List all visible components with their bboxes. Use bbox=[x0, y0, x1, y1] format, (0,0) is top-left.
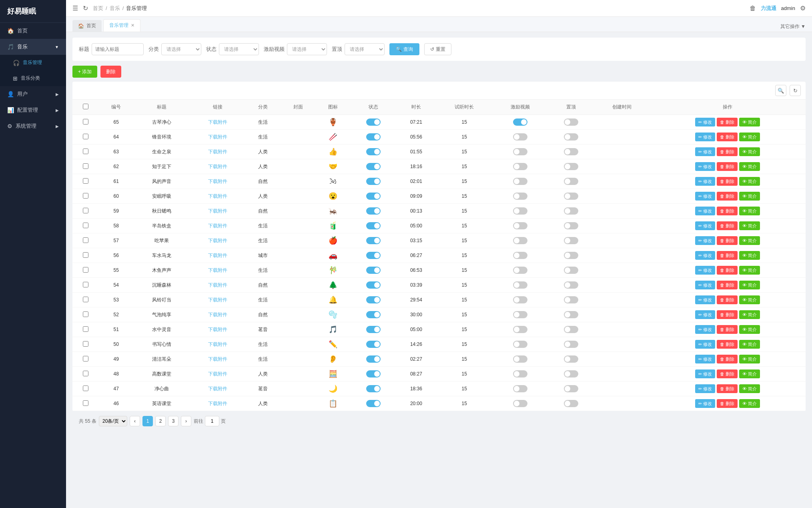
intro-button[interactable]: 👁 简介 bbox=[739, 295, 760, 304]
intro-button[interactable]: 👁 简介 bbox=[739, 384, 760, 393]
intro-button[interactable]: 👁 简介 bbox=[739, 133, 760, 141]
row-checkbox[interactable] bbox=[83, 223, 88, 228]
edit-button[interactable]: ✏ 修改 bbox=[695, 384, 715, 393]
status-toggle[interactable] bbox=[366, 222, 381, 229]
row-link[interactable]: 下载附件 bbox=[190, 174, 246, 189]
breadcrumb-music[interactable]: 音乐 bbox=[110, 5, 120, 12]
other-ops-dropdown[interactable]: 其它操作 ▼ bbox=[780, 23, 806, 32]
row-link[interactable]: 下载附件 bbox=[190, 159, 246, 174]
top-toggle[interactable] bbox=[564, 311, 578, 318]
status-toggle[interactable] bbox=[366, 133, 381, 141]
row-checkbox[interactable] bbox=[83, 252, 88, 258]
row-checkbox[interactable] bbox=[83, 400, 88, 406]
row-link[interactable]: 下载附件 bbox=[190, 145, 246, 159]
status-toggle[interactable] bbox=[366, 370, 381, 377]
row-link[interactable]: 下载附件 bbox=[190, 307, 246, 322]
delete-button[interactable]: 🗑 删除 bbox=[717, 310, 738, 319]
row-checkbox[interactable] bbox=[83, 282, 88, 287]
row-checkbox[interactable] bbox=[83, 149, 88, 154]
trash-icon[interactable]: 🗑 bbox=[750, 5, 756, 12]
intro-button[interactable]: 👁 简介 bbox=[739, 147, 760, 156]
sidebar-item-system[interactable]: ⚙ 系统管理 ▶ bbox=[0, 118, 66, 134]
edit-button[interactable]: ✏ 修改 bbox=[695, 281, 715, 289]
delete-button[interactable]: 🗑 删除 bbox=[717, 236, 738, 245]
intro-button[interactable]: 👁 简介 bbox=[739, 251, 760, 260]
video-toggle[interactable] bbox=[513, 267, 527, 274]
top-toggle[interactable] bbox=[564, 252, 578, 259]
delete-button[interactable]: 🗑 删除 bbox=[717, 355, 738, 363]
intro-button[interactable]: 👁 简介 bbox=[739, 177, 760, 186]
search-top-select[interactable]: 请选择 bbox=[345, 43, 385, 55]
delete-button[interactable]: 🗑 删除 bbox=[717, 369, 738, 378]
next-page-button[interactable]: › bbox=[181, 416, 191, 426]
video-toggle[interactable] bbox=[513, 118, 527, 126]
row-checkbox[interactable] bbox=[83, 163, 88, 169]
intro-button[interactable]: 👁 简介 bbox=[739, 236, 760, 245]
delete-button[interactable]: 🗑 删除 bbox=[717, 295, 738, 304]
delete-button[interactable]: 🗑 删除 bbox=[717, 281, 738, 289]
video-toggle[interactable] bbox=[513, 148, 527, 155]
status-toggle[interactable] bbox=[366, 252, 381, 259]
status-toggle[interactable] bbox=[366, 311, 381, 318]
top-toggle[interactable] bbox=[564, 355, 578, 363]
status-toggle[interactable] bbox=[366, 207, 381, 215]
search-category-select[interactable]: 请选择 bbox=[161, 43, 201, 55]
delete-button[interactable]: 🗑 删除 bbox=[717, 207, 738, 215]
status-toggle[interactable] bbox=[366, 355, 381, 363]
prev-page-button[interactable]: ‹ bbox=[130, 416, 140, 426]
intro-button[interactable]: 👁 简介 bbox=[739, 340, 760, 349]
top-toggle[interactable] bbox=[564, 178, 578, 185]
delete-button[interactable]: 🗑 删除 bbox=[717, 177, 738, 186]
row-link[interactable]: 下载附件 bbox=[190, 352, 246, 367]
delete-button[interactable]: 🗑 删除 bbox=[717, 147, 738, 156]
select-all-checkbox[interactable] bbox=[83, 104, 88, 109]
status-toggle[interactable] bbox=[366, 267, 381, 274]
search-button[interactable]: 🔍 查询 bbox=[389, 43, 419, 55]
row-link[interactable]: 下载附件 bbox=[190, 248, 246, 263]
edit-button[interactable]: ✏ 修改 bbox=[695, 192, 715, 201]
video-toggle[interactable] bbox=[513, 193, 527, 200]
intro-button[interactable]: 👁 简介 bbox=[739, 281, 760, 289]
sidebar-item-music[interactable]: 🎵 音乐 ▼ bbox=[0, 39, 66, 55]
video-toggle[interactable] bbox=[513, 281, 527, 289]
status-toggle[interactable] bbox=[366, 341, 381, 348]
row-checkbox[interactable] bbox=[83, 326, 88, 332]
video-toggle[interactable] bbox=[513, 341, 527, 348]
status-toggle[interactable] bbox=[366, 400, 381, 407]
delete-button[interactable]: 🗑 删除 bbox=[717, 340, 738, 349]
row-checkbox[interactable] bbox=[83, 267, 88, 273]
status-toggle[interactable] bbox=[366, 148, 381, 155]
row-link[interactable]: 下载附件 bbox=[190, 115, 246, 130]
edit-button[interactable]: ✏ 修改 bbox=[695, 162, 715, 171]
top-toggle[interactable] bbox=[564, 207, 578, 215]
search-toolbar-icon[interactable]: 🔍 bbox=[775, 85, 786, 96]
row-checkbox[interactable] bbox=[83, 178, 88, 184]
intro-button[interactable]: 👁 简介 bbox=[739, 369, 760, 378]
status-toggle[interactable] bbox=[366, 385, 381, 392]
row-link[interactable]: 下载附件 bbox=[190, 263, 246, 278]
video-toggle[interactable] bbox=[513, 133, 527, 141]
status-toggle[interactable] bbox=[366, 163, 381, 170]
intro-button[interactable]: 👁 简介 bbox=[739, 118, 760, 126]
row-link[interactable]: 下载附件 bbox=[190, 322, 246, 337]
status-toggle[interactable] bbox=[366, 296, 381, 303]
video-toggle[interactable] bbox=[513, 400, 527, 407]
row-checkbox[interactable] bbox=[83, 297, 88, 302]
video-toggle[interactable] bbox=[513, 207, 527, 215]
sidebar-item-user[interactable]: 👤 用户 ▶ bbox=[0, 86, 66, 102]
top-toggle[interactable] bbox=[564, 267, 578, 274]
row-checkbox[interactable] bbox=[83, 311, 88, 317]
delete-button[interactable]: 🗑 删除 bbox=[717, 192, 738, 201]
delete-button[interactable]: 🗑 删除 bbox=[717, 266, 738, 275]
intro-button[interactable]: 👁 简介 bbox=[739, 221, 760, 230]
video-toggle[interactable] bbox=[513, 163, 527, 170]
status-toggle[interactable] bbox=[366, 281, 381, 289]
tab-music-manage[interactable]: 音乐管理 ✕ bbox=[103, 19, 140, 32]
row-checkbox[interactable] bbox=[83, 134, 88, 139]
page-3-button[interactable]: 3 bbox=[168, 416, 178, 426]
edit-button[interactable]: ✏ 修改 bbox=[695, 133, 715, 141]
row-checkbox[interactable] bbox=[83, 208, 88, 213]
edit-button[interactable]: ✏ 修改 bbox=[695, 355, 715, 363]
delete-button[interactable]: 🗑 删除 bbox=[717, 118, 738, 126]
edit-button[interactable]: ✏ 修改 bbox=[695, 340, 715, 349]
